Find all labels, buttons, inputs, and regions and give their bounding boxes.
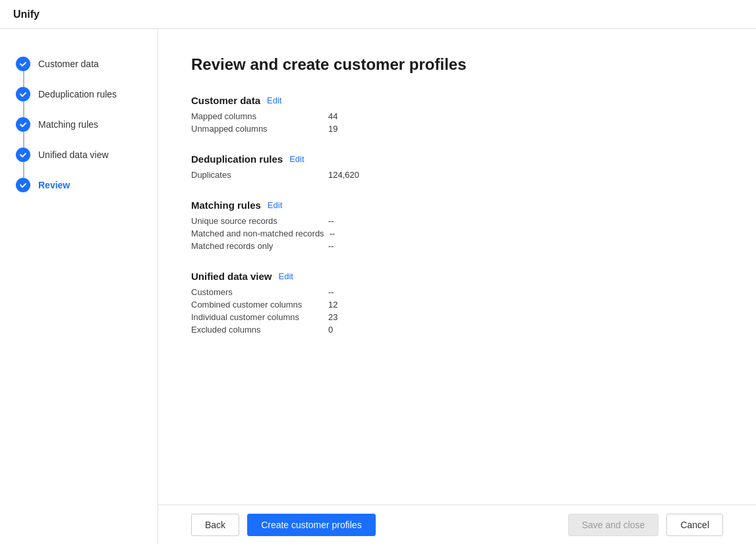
label-matched-records-only: Matched records only — [191, 241, 323, 251]
sidebar-item-review[interactable]: Review — [0, 170, 158, 200]
sidebar-label-matching-rules: Matching rules — [38, 119, 98, 130]
row-unmapped-columns: Unmapped columns 19 — [191, 122, 723, 135]
row-mapped-columns: Mapped columns 44 — [191, 110, 723, 122]
section-title-customer-data: Customer data — [191, 95, 260, 106]
label-mapped-columns: Mapped columns — [191, 111, 323, 121]
back-button[interactable]: Back — [191, 514, 239, 536]
step-icon-deduplication-rules — [16, 87, 30, 101]
app-title: Unify — [13, 9, 40, 20]
sidebar-label-unified-data-view: Unified data view — [38, 150, 109, 160]
label-excluded-columns: Excluded columns — [191, 325, 323, 335]
step-icon-matching-rules — [16, 117, 30, 132]
section-unified-data-view: Unified data view Edit Customers -- Comb… — [191, 271, 723, 336]
sidebar-label-customer-data: Customer data — [38, 59, 99, 69]
page-title: Review and create customer profiles — [191, 55, 723, 74]
label-matched-non-matched-records: Matched and non-matched records — [191, 229, 324, 238]
label-duplicates: Duplicates — [191, 170, 323, 180]
value-matched-non-matched-records: -- — [330, 229, 335, 238]
create-customer-profiles-button[interactable]: Create customer profiles — [247, 514, 376, 536]
edit-link-unified-data-view[interactable]: Edit — [279, 271, 293, 281]
label-unique-source-records: Unique source records — [191, 216, 323, 226]
sidebar: Customer data Deduplication rules Matchi… — [0, 29, 158, 544]
sidebar-label-deduplication-rules: Deduplication rules — [38, 89, 117, 99]
section-deduplication-rules: Deduplication rules Edit Duplicates 124,… — [191, 153, 723, 181]
sidebar-item-customer-data[interactable]: Customer data — [0, 49, 158, 79]
value-mapped-columns: 44 — [328, 111, 337, 121]
row-excluded-columns: Excluded columns 0 — [191, 323, 723, 336]
step-icon-customer-data — [16, 57, 30, 71]
value-individual-customer-columns: 23 — [328, 312, 337, 322]
label-individual-customer-columns: Individual customer columns — [191, 312, 323, 322]
value-unmapped-columns: 19 — [328, 124, 337, 134]
value-matched-records-only: -- — [328, 241, 334, 251]
row-combined-customer-columns: Combined customer columns 12 — [191, 298, 723, 311]
main-layout: Customer data Deduplication rules Matchi… — [0, 29, 756, 544]
section-header-customer-data: Customer data Edit — [191, 95, 723, 106]
step-icon-unified-data-view — [16, 148, 30, 162]
section-header-deduplication-rules: Deduplication rules Edit — [191, 153, 723, 165]
footer: Back Create customer profiles Save and c… — [158, 504, 756, 544]
section-title-deduplication-rules: Deduplication rules — [191, 153, 283, 165]
cancel-button[interactable]: Cancel — [666, 514, 723, 536]
row-matched-non-matched-records: Matched and non-matched records -- — [191, 227, 723, 240]
value-duplicates: 124,620 — [328, 170, 359, 180]
section-title-unified-data-view: Unified data view — [191, 271, 272, 282]
edit-link-matching-rules[interactable]: Edit — [268, 200, 282, 210]
sidebar-label-review: Review — [38, 180, 70, 190]
edit-link-deduplication-rules[interactable]: Edit — [289, 154, 304, 164]
value-combined-customer-columns: 12 — [328, 300, 337, 310]
value-excluded-columns: 0 — [328, 325, 333, 335]
edit-link-customer-data[interactable]: Edit — [267, 95, 281, 105]
content-area: Review and create customer profiles Cust… — [158, 29, 756, 544]
footer-left-actions: Back Create customer profiles — [191, 514, 376, 536]
save-and-close-button[interactable]: Save and close — [568, 514, 659, 536]
footer-right-actions: Save and close Cancel — [568, 514, 723, 536]
sidebar-item-deduplication-rules[interactable]: Deduplication rules — [0, 79, 158, 109]
section-header-unified-data-view: Unified data view Edit — [191, 271, 723, 282]
row-matched-records-only: Matched records only -- — [191, 240, 723, 252]
section-header-matching-rules: Matching rules Edit — [191, 200, 723, 211]
section-customer-data: Customer data Edit Mapped columns 44 Unm… — [191, 95, 723, 135]
topbar: Unify — [0, 0, 756, 29]
row-individual-customer-columns: Individual customer columns 23 — [191, 311, 723, 323]
value-unique-source-records: -- — [328, 216, 334, 226]
label-combined-customer-columns: Combined customer columns — [191, 300, 323, 310]
sidebar-item-matching-rules[interactable]: Matching rules — [0, 109, 158, 140]
section-matching-rules: Matching rules Edit Unique source record… — [191, 200, 723, 252]
content-body: Review and create customer profiles Cust… — [158, 29, 756, 504]
sidebar-item-unified-data-view[interactable]: Unified data view — [0, 140, 158, 170]
value-customers: -- — [328, 287, 334, 297]
label-unmapped-columns: Unmapped columns — [191, 124, 323, 134]
row-customers: Customers -- — [191, 286, 723, 298]
row-duplicates: Duplicates 124,620 — [191, 169, 723, 181]
section-title-matching-rules: Matching rules — [191, 200, 261, 211]
label-customers: Customers — [191, 287, 323, 297]
step-icon-review — [16, 178, 30, 192]
row-unique-source-records: Unique source records -- — [191, 215, 723, 227]
